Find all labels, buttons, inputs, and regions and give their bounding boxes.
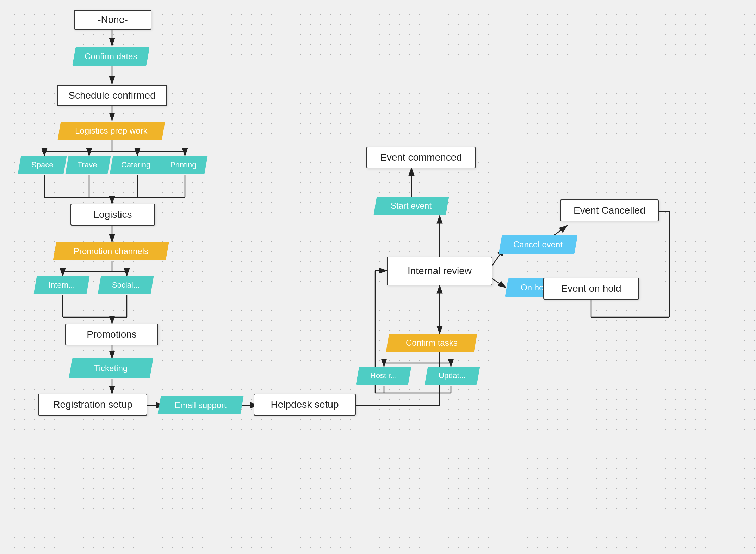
schedule-confirmed-node: Schedule confirmed	[57, 85, 167, 106]
promotions-node: Promotions	[65, 324, 158, 345]
space-node: Space	[18, 156, 67, 174]
svg-line-47	[492, 278, 506, 288]
confirm-dates-node: Confirm dates	[72, 47, 149, 66]
none-node: -None-	[74, 10, 151, 30]
internal-review-node: Internal review	[387, 257, 492, 285]
email-support-node: Email support	[157, 396, 243, 414]
flowchart-canvas: -None- Confirm dates Schedule confirmed …	[0, 0, 756, 554]
intern-node: Intern...	[33, 276, 89, 294]
promotion-channels-node: Promotion channels	[53, 242, 169, 260]
updat-node: Updat...	[425, 367, 480, 385]
event-on-hold-node: Event on hold	[543, 278, 639, 300]
cancel-event-node: Cancel event	[498, 235, 577, 254]
printing-node: Printing	[159, 156, 207, 174]
logistics-node: Logistics	[70, 204, 155, 226]
catering-node: Catering	[110, 156, 162, 174]
social-node: Social...	[98, 276, 154, 294]
start-event-node: Start event	[373, 197, 449, 215]
travel-node: Travel	[65, 156, 111, 174]
helpdesk-setup-node: Helpdesk setup	[254, 394, 356, 416]
ticketing-node: Ticketing	[69, 358, 153, 378]
registration-setup-node: Registration setup	[38, 394, 147, 416]
host-r-node: Host r...	[356, 367, 411, 385]
logistics-prep-work-node: Logistics prep work	[57, 122, 165, 140]
event-cancelled-node: Event Cancelled	[560, 199, 659, 221]
confirm-tasks-node: Confirm tasks	[386, 334, 477, 352]
event-commenced-node: Event commenced	[366, 147, 476, 168]
